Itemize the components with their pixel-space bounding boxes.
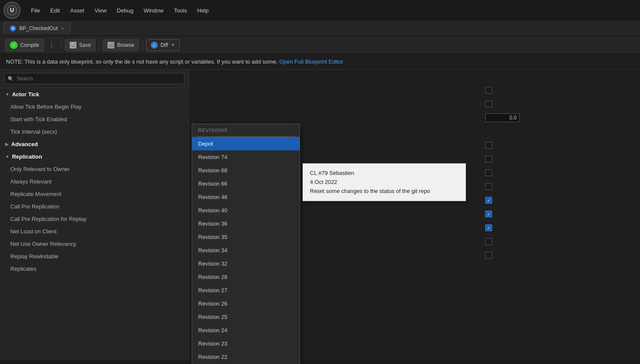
tooltip-line2: 4 Oct 2022 — [310, 178, 459, 187]
save-icon — [70, 42, 77, 49]
revision-28[interactable]: Revision 28 — [192, 270, 300, 284]
revision-32[interactable]: Revision 32 — [192, 257, 300, 270]
menu-file[interactable]: File — [29, 6, 42, 15]
menu-bar: File Edit Asset View Debug Window Tools … — [29, 6, 211, 15]
menu-edit[interactable]: Edit — [49, 6, 61, 15]
checkbox-replicates[interactable] — [485, 252, 492, 259]
svg-rect-5 — [108, 43, 114, 48]
svg-text:U: U — [10, 7, 14, 13]
tab-blueprint-icon: ● — [10, 25, 16, 31]
svg-rect-6 — [108, 43, 110, 44]
section-advanced[interactable]: ▶ Advanced — [0, 138, 189, 150]
menu-tools[interactable]: Tools — [172, 6, 188, 15]
menu-help[interactable]: Help — [196, 6, 211, 15]
prop-always-relevant — [485, 152, 520, 166]
tooltip-popup: CL #79 Sebastien 4 Oct 2022 Reset some c… — [303, 163, 466, 201]
revision-35[interactable]: Revision 35 — [192, 230, 300, 244]
save-button[interactable]: Save — [65, 39, 95, 51]
toolbar-separator-3 — [142, 40, 143, 50]
search-wrapper — [4, 73, 184, 84]
checkbox-replay-rewindable[interactable] — [485, 238, 492, 245]
tree-item-replicates[interactable]: Replicates — [0, 263, 189, 275]
search-input[interactable] — [4, 73, 184, 84]
properties-area: ✓ ✓ ✓ — [485, 83, 520, 262]
menu-asset[interactable]: Asset — [68, 6, 86, 15]
checkbox-replicate-movement[interactable] — [485, 169, 492, 176]
prop-call-pre-replay: ✓ — [485, 193, 520, 207]
advanced-chevron: ▶ — [5, 142, 9, 147]
revision-40[interactable]: Revision 40 — [192, 204, 300, 217]
prop-net-use-owner: ✓ — [485, 221, 520, 235]
revision-68[interactable]: Revision 68 — [192, 164, 300, 177]
title-bar: U File Edit Asset View Debug Window Tool… — [0, 0, 640, 21]
tree-content: ▼ Actor Tick Allow Tick Before Begin Pla… — [0, 88, 189, 361]
kebab-button[interactable]: ⋮ — [46, 39, 58, 51]
tree-item-net-load-client[interactable]: Net Load on Client — [0, 225, 189, 238]
main-content: ▼ Actor Tick Allow Tick Before Begin Pla… — [0, 70, 640, 361]
revision-26[interactable]: Revision 26 — [192, 297, 300, 310]
tick-interval-input[interactable] — [485, 113, 520, 122]
tree-item-always-relevant[interactable]: Always Relevant — [0, 175, 189, 188]
tooltip-line1: CL #79 Sebastien — [310, 169, 459, 178]
revision-74[interactable]: Revision 74 — [192, 150, 300, 164]
checkbox-net-use-owner[interactable]: ✓ — [485, 224, 492, 231]
left-panel: ▼ Actor Tick Allow Tick Before Begin Pla… — [0, 70, 189, 361]
save-label: Save — [79, 42, 91, 48]
advanced-label: Advanced — [11, 141, 38, 147]
note-text-middle: s not have any script or variables. If y… — [132, 58, 278, 65]
revision-depot[interactable]: Depot — [192, 137, 300, 150]
open-full-editor-link[interactable]: Open Full Blueprint Editor — [279, 58, 343, 65]
revision-46[interactable]: Revision 46 — [192, 190, 300, 204]
section-actor-tick[interactable]: ▼ Actor Tick — [0, 88, 189, 101]
menu-debug[interactable]: Debug — [115, 6, 135, 15]
revision-23[interactable]: Revision 23 — [192, 337, 300, 350]
tree-item-replicate-movement[interactable]: Replicate Movement — [0, 188, 189, 200]
diff-button[interactable]: ✓ Diff ▼ — [146, 39, 180, 51]
search-bar — [0, 70, 189, 88]
checkbox-allow-tick[interactable] — [485, 87, 492, 94]
tree-item-only-relevant[interactable]: Only Relevant to Owner — [0, 163, 189, 175]
tree-item-call-pre-replay[interactable]: Call Pre Replication for Replay — [0, 213, 189, 225]
prop-call-pre-rep — [485, 180, 520, 193]
tree-item-call-pre-replication[interactable]: Call Pre Replication — [0, 200, 189, 213]
bp-tab[interactable]: ● BP_CheckedOut × — [3, 22, 70, 34]
replication-label: Replication — [12, 153, 42, 160]
revision-24[interactable]: Revision 24 — [192, 324, 300, 337]
checkbox-call-pre-replay[interactable]: ✓ — [485, 197, 492, 204]
section-replication[interactable]: ▼ Replication — [0, 150, 189, 163]
replication-chevron: ▼ — [5, 154, 9, 159]
revision-66[interactable]: Revision 66 — [192, 177, 300, 190]
checkbox-only-relevant[interactable] — [485, 142, 492, 149]
checkbox-start-tick[interactable] — [485, 101, 492, 107]
diff-icon: ✓ — [151, 42, 158, 49]
menu-window[interactable]: Window — [142, 6, 165, 15]
menu-view[interactable]: View — [93, 6, 108, 15]
browse-button[interactable]: Browse — [103, 39, 139, 51]
tree-item-allow-tick[interactable]: Allow Tick Before Begin Play — [0, 101, 189, 113]
revision-34[interactable]: Revision 34 — [192, 244, 300, 257]
prop-replay-rewindable — [485, 235, 520, 248]
tab-bar: ● BP_CheckedOut × — [0, 21, 640, 36]
compile-label: Compile — [20, 42, 39, 48]
revision-25[interactable]: Revision 25 — [192, 310, 300, 324]
tree-item-net-use-owner[interactable]: Net Use Owner Relevancy — [0, 238, 189, 250]
compile-icon: ✓ — [10, 41, 18, 49]
note-bar: NOTE: This is a data only blueprint, so … — [0, 54, 640, 70]
revision-27[interactable]: Revision 27 — [192, 284, 300, 297]
prop-replicates — [485, 248, 520, 262]
tree-item-start-tick[interactable]: Start with Tick Enabled — [0, 113, 189, 125]
checkbox-always-relevant[interactable] — [485, 156, 492, 162]
tree-item-replay-rewindable[interactable]: Replay Rewindable — [0, 250, 189, 263]
prop-replicate-movement — [485, 166, 520, 180]
tree-item-tick-interval[interactable]: Tick Interval (secs) — [0, 125, 189, 138]
browse-icon — [107, 42, 114, 49]
toolbar-separator-1 — [61, 40, 61, 50]
revision-36[interactable]: Revision 36 — [192, 217, 300, 230]
browse-label: Browse — [117, 42, 134, 48]
checkbox-call-pre-rep[interactable] — [485, 183, 492, 190]
revision-22[interactable]: Revision 22 — [192, 350, 300, 364]
checkbox-net-load[interactable]: ✓ — [485, 211, 492, 217]
prop-advanced-spacer — [485, 125, 520, 138]
tab-close-button[interactable]: × — [61, 26, 64, 31]
compile-button[interactable]: ✓ Compile — [5, 39, 44, 52]
